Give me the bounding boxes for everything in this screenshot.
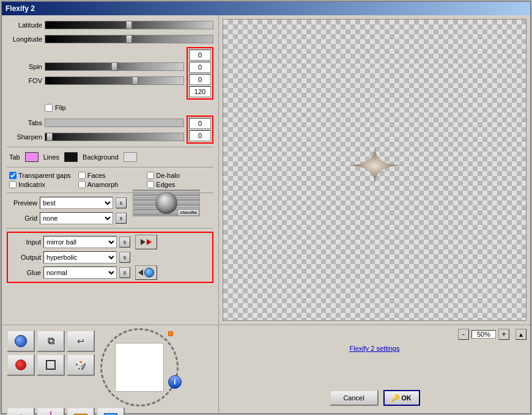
settings-btn[interactable]: ⚙	[7, 407, 35, 415]
settings-link[interactable]: Flexify 2 settings	[223, 342, 526, 354]
transparent-gaps-item: Transparent gaps	[9, 172, 76, 179]
grid-reset-btn[interactable]: s	[116, 213, 127, 224]
spin-row: Spin	[7, 61, 184, 73]
indicatrix-checkbox[interactable]	[9, 181, 17, 188]
background-color-swatch[interactable]	[124, 152, 137, 162]
main-window: Flexify 2 Latitude Longitude	[1, 1, 531, 414]
indicatrix-label: Indicatrix	[18, 181, 45, 188]
de-halo-checkbox[interactable]	[147, 172, 154, 179]
play-back-icon	[138, 270, 143, 276]
sharpen-value[interactable]: 0	[189, 130, 211, 141]
input-reset-btn[interactable]: s	[119, 237, 130, 248]
divider-1	[7, 147, 213, 147]
play-button[interactable]	[135, 235, 157, 249]
square-outline-button[interactable]	[37, 354, 65, 376]
scroll-up-btn[interactable]: ▲	[515, 329, 526, 340]
glue-row: Glue normal horizontal vertical s	[10, 266, 210, 279]
icon-button-grid: ⧉ ↩ 🎲	[7, 330, 95, 405]
preview-select[interactable]: best fast draft	[40, 197, 113, 209]
latitude-value[interactable]: 0	[189, 50, 211, 61]
ok-button[interactable]: 🔑OK	[383, 390, 420, 406]
water-btn[interactable]	[97, 407, 125, 415]
output-select[interactable]: hyperbolic equirectangular cylindrical s…	[43, 251, 117, 263]
square-outline-icon	[46, 360, 56, 370]
latitude-thumb[interactable]	[126, 21, 132, 29]
sharpen-row: Sharpen	[7, 131, 184, 143]
tab-color-swatch[interactable]	[25, 152, 39, 162]
zoom-value: 50%	[471, 330, 496, 339]
glue-select[interactable]: normal horizontal vertical	[43, 266, 117, 279]
grid-select[interactable]: none lines dots	[40, 212, 113, 224]
longitude-thumb[interactable]	[126, 35, 132, 43]
dashed-circle	[100, 328, 179, 406]
tab-color-label: Tab	[9, 153, 20, 161]
fov-slider[interactable]	[45, 76, 184, 85]
glue-dropdown-label: Glue	[10, 269, 41, 276]
tabs-value[interactable]: 0	[189, 118, 211, 129]
input-play-btns	[135, 235, 157, 249]
cube-button[interactable]: 🎲	[67, 354, 95, 376]
spin-value[interactable]: 0	[189, 74, 211, 85]
de-halo-label: De-halo	[156, 172, 180, 179]
zoom-plus-btn[interactable]: +	[498, 329, 509, 340]
undo-button[interactable]: ↩	[67, 330, 95, 352]
tabs-row: Tabs	[7, 117, 184, 129]
spin-thumb[interactable]	[111, 62, 117, 71]
output-row: Output hyperbolic equirectangular cylind…	[10, 251, 210, 264]
copy-button[interactable]: ⧉	[37, 330, 65, 352]
bottom-panel: ⧉ ↩ 🎲	[2, 325, 530, 413]
zoom-minus-btn[interactable]: -	[458, 329, 469, 340]
faces-checkbox[interactable]	[78, 172, 86, 179]
edges-label: Edges	[156, 181, 175, 188]
pink-cross-btn[interactable]	[37, 407, 65, 415]
latitude-slider[interactable]	[45, 21, 213, 29]
info-button[interactable]: i	[168, 375, 182, 389]
lines-color-swatch[interactable]	[64, 152, 78, 162]
play-back-button[interactable]	[135, 265, 157, 280]
longitude-row: Longitude	[7, 33, 213, 45]
longitude-slider[interactable]	[45, 35, 213, 43]
transparent-gaps-checkbox[interactable]	[9, 172, 17, 179]
crosshair-icon	[44, 411, 57, 415]
ok-icon: 🔑	[391, 394, 400, 402]
brick-btn[interactable]	[67, 407, 95, 415]
anamorph-item: Anamorph	[78, 181, 145, 188]
bottom-row-icons: ⚙	[4, 407, 216, 415]
input-select[interactable]: mirror ball equirectangular cylindrical …	[43, 236, 117, 248]
anamorph-checkbox[interactable]	[78, 181, 86, 188]
cube-icon: 🎲	[75, 359, 87, 371]
input-row: Input mirror ball equirectangular cylind…	[10, 235, 210, 249]
spin-slider[interactable]	[45, 62, 184, 71]
edges-item: Edges	[147, 181, 213, 188]
cancel-button[interactable]: Cancel	[330, 390, 379, 406]
latitude-row: Latitude	[7, 19, 213, 31]
output-reset-btn[interactable]: s	[119, 252, 130, 263]
preview-reset-btn[interactable]: s	[116, 197, 127, 208]
globe-button[interactable]	[7, 330, 35, 352]
tabs-sharpen-boxes: 0 0	[187, 116, 213, 144]
edges-checkbox[interactable]	[147, 181, 154, 188]
divider-2	[7, 167, 213, 167]
tabs-slider[interactable]	[45, 119, 184, 127]
longitude-value[interactable]: 0	[189, 62, 211, 73]
output-dropdown-label: Output	[10, 254, 41, 261]
glue-reset-btn[interactable]: s	[119, 267, 130, 278]
globe-icon	[15, 335, 27, 347]
longitude-label: Longitude	[7, 35, 42, 43]
flip-checkbox[interactable]	[45, 104, 53, 112]
preview-area	[223, 19, 526, 321]
indicatrix-item: Indicatrix	[9, 181, 76, 188]
sharpen-slider[interactable]	[45, 133, 184, 141]
sharpen-thumb[interactable]	[46, 133, 53, 141]
plugin-preview-image: claudia	[133, 189, 200, 216]
flip-label: Flip	[55, 104, 66, 111]
record-play-icon	[147, 239, 152, 245]
faces-item: Faces	[78, 172, 145, 179]
record-button[interactable]	[7, 354, 35, 376]
fov-thumb[interactable]	[132, 76, 138, 85]
left-panel: Latitude Longitude Spin	[2, 15, 219, 325]
action-buttons: Cancel 🔑OK	[223, 386, 526, 409]
play-icon	[141, 239, 146, 245]
value-boxes-group: 0 0 0 120	[187, 47, 213, 100]
fov-value[interactable]: 120	[189, 86, 211, 97]
